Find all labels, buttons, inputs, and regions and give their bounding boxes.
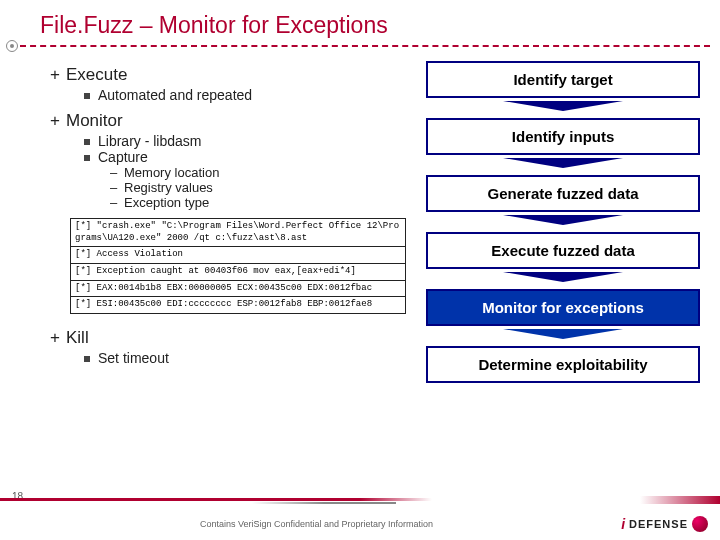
confidential-text: Contains VeriSign Confidential and Propr… [200,519,433,529]
idefense-logo: iDEFENSE [621,516,708,532]
code-line: [*] "crash.exe" "C:\Program Files\Word.P… [71,219,405,247]
footer-accent [640,496,720,504]
sub-item: Library - libdasm [84,133,406,149]
code-line: [*] Access Violation [71,247,405,264]
globe-icon [692,516,708,532]
sub-label: Automated and repeated [98,87,252,103]
step-identify-target: Identify target [426,61,700,98]
logo-i-icon: i [621,516,625,532]
flowchart: Identify target Identify inputs Generate… [426,57,700,383]
slide-title: File.Fuzz – Monitor for Exceptions [40,12,720,39]
arrow-down-icon [503,272,623,282]
title-divider [20,45,710,47]
bullet-icon [6,40,18,52]
sub2-item: –Registry values [110,180,406,195]
logo-text: DEFENSE [629,518,688,530]
code-line: [*] Exception caught at 00403f06 mov eax… [71,264,405,281]
sub2-item: –Memory location [110,165,406,180]
item-label: Kill [66,328,89,347]
sub2-label: Memory location [124,165,219,180]
sub-item: Automated and repeated [84,87,406,103]
step-execute-fuzzed: Execute fuzzed data [426,232,700,269]
sub2-item: –Exception type [110,195,406,210]
step-determine-exploitability: Determine exploitability [426,346,700,383]
item-label: Execute [66,65,127,84]
step-generate-fuzzed: Generate fuzzed data [426,175,700,212]
arrow-down-icon [503,329,623,339]
footer-divider [0,498,720,504]
arrow-down-icon [503,101,623,111]
sub-label: Capture [98,149,148,165]
sub2-label: Registry values [124,180,213,195]
sub-label: Set timeout [98,350,169,366]
sub-item: Set timeout [84,350,406,366]
item-label: Monitor [66,111,123,130]
item-kill: +Kill [50,328,406,348]
arrow-down-icon [503,215,623,225]
step-identify-inputs: Identify inputs [426,118,700,155]
sub-item: Capture [84,149,406,165]
content-left: +Execute Automated and repeated +Monitor… [50,57,406,383]
code-line: [*] EAX:0014b1b8 EBX:00000005 ECX:00435c… [71,281,405,298]
sub2-label: Exception type [124,195,209,210]
code-line: [*] ESI:00435c00 EDI:cccccccc ESP:0012fa… [71,297,405,313]
item-monitor: +Monitor [50,111,406,131]
arrow-down-icon [503,158,623,168]
code-output-box: [*] "crash.exe" "C:\Program Files\Word.P… [70,218,406,314]
sub-label: Library - libdasm [98,133,201,149]
step-monitor-exceptions: Monitor for exceptions [426,289,700,326]
item-execute: +Execute [50,65,406,85]
